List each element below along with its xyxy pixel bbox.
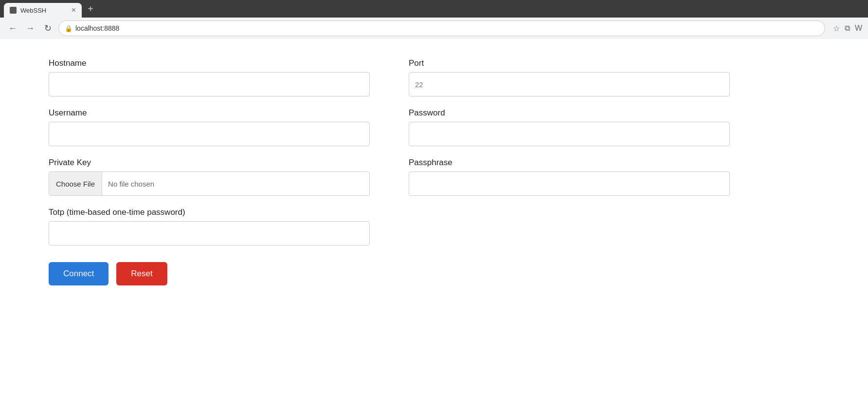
password-label: Password xyxy=(409,108,730,118)
password-group: Password xyxy=(409,108,730,146)
hostname-input[interactable] xyxy=(49,72,370,96)
passphrase-label: Passphrase xyxy=(409,158,730,168)
forward-button[interactable]: → xyxy=(23,21,37,35)
totp-input[interactable] xyxy=(49,221,370,246)
browser-actions: ☆ ⧉ W xyxy=(833,24,862,33)
extension-icon[interactable]: ⧉ xyxy=(845,24,850,33)
profile-icon[interactable]: W xyxy=(855,24,862,33)
port-group: Port xyxy=(409,58,730,96)
page-content: Hostname Port Username Password Private … xyxy=(0,39,868,398)
choose-file-button[interactable]: Choose File xyxy=(49,172,102,195)
back-button[interactable]: ← xyxy=(6,21,19,35)
totp-section: Totp (time-based one-time password) xyxy=(49,208,370,246)
tab-bar: WebSSH × + xyxy=(0,0,868,18)
browser-tab[interactable]: WebSSH × xyxy=(4,3,82,18)
username-group: Username xyxy=(49,108,370,146)
username-label: Username xyxy=(49,108,370,118)
totp-spacer xyxy=(409,208,730,246)
passphrase-group: Passphrase xyxy=(409,158,730,196)
form-grid: Hostname Port Username Password Private … xyxy=(49,58,730,285)
reload-button[interactable]: ↻ xyxy=(41,21,54,35)
port-label: Port xyxy=(409,58,730,68)
totp-label: Totp (time-based one-time password) xyxy=(49,208,370,217)
new-tab-button[interactable]: + xyxy=(84,2,97,16)
address-bar-row: ← → ↻ 🔒 localhost:8888 ☆ ⧉ W xyxy=(0,18,868,39)
reset-button[interactable]: Reset xyxy=(116,262,167,285)
port-input[interactable] xyxy=(409,72,730,96)
tab-title: WebSSH xyxy=(20,7,68,14)
hostname-group: Hostname xyxy=(49,58,370,96)
no-file-label: No file chosen xyxy=(102,180,160,188)
file-input-wrapper: Choose File No file chosen xyxy=(49,171,370,196)
lock-icon: 🔒 xyxy=(65,25,72,32)
password-input[interactable] xyxy=(409,122,730,146)
passphrase-input[interactable] xyxy=(409,171,730,196)
private-key-label: Private Key xyxy=(49,158,370,168)
hostname-label: Hostname xyxy=(49,58,370,68)
buttons-row: Connect Reset xyxy=(49,262,730,285)
tab-favicon-icon xyxy=(10,7,17,14)
username-input[interactable] xyxy=(49,122,370,146)
browser-chrome: WebSSH × + ← → ↻ 🔒 localhost:8888 ☆ ⧉ W xyxy=(0,0,868,39)
bookmark-icon[interactable]: ☆ xyxy=(833,24,840,33)
tab-close-button[interactable]: × xyxy=(72,6,76,14)
private-key-group: Private Key Choose File No file chosen xyxy=(49,158,370,196)
connect-button[interactable]: Connect xyxy=(49,262,108,285)
address-url: localhost:8888 xyxy=(75,24,119,32)
address-bar[interactable]: 🔒 localhost:8888 xyxy=(58,20,825,36)
